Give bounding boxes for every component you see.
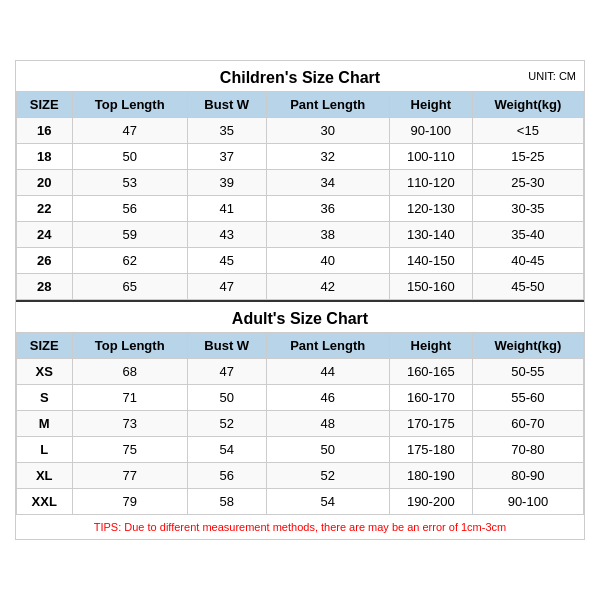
- table-cell: 52: [187, 411, 266, 437]
- table-cell: 47: [72, 118, 187, 144]
- size-chart-container: Children's Size Chart UNIT: CM SIZE Top …: [15, 60, 585, 540]
- table-cell: 35-40: [472, 222, 583, 248]
- table-cell: 35: [187, 118, 266, 144]
- table-cell: 80-90: [472, 463, 583, 489]
- table-cell: 30: [266, 118, 389, 144]
- children-title-text: Children's Size Chart: [220, 69, 380, 86]
- adult-col-height: Height: [389, 333, 472, 359]
- table-cell: 48: [266, 411, 389, 437]
- adult-size-table: SIZE Top Length Bust W Pant Length Heigh…: [16, 332, 584, 515]
- table-row: XS684744160-16550-55: [17, 359, 584, 385]
- table-cell: 46: [266, 385, 389, 411]
- table-cell: 150-160: [389, 274, 472, 300]
- table-cell: 140-150: [389, 248, 472, 274]
- table-cell: 170-175: [389, 411, 472, 437]
- table-cell: 25-30: [472, 170, 583, 196]
- table-cell: 54: [187, 437, 266, 463]
- table-cell: 56: [72, 196, 187, 222]
- table-cell: 42: [266, 274, 389, 300]
- children-header-row: SIZE Top Length Bust W Pant Length Heigh…: [17, 92, 584, 118]
- children-section-title: Children's Size Chart UNIT: CM: [16, 61, 584, 91]
- table-cell: 120-130: [389, 196, 472, 222]
- table-cell: 79: [72, 489, 187, 515]
- children-col-size: SIZE: [17, 92, 73, 118]
- table-row: 22564136120-13030-35: [17, 196, 584, 222]
- unit-label: UNIT: CM: [528, 70, 576, 82]
- adult-title-text: Adult's Size Chart: [232, 310, 368, 327]
- children-col-pant-length: Pant Length: [266, 92, 389, 118]
- table-cell: 68: [72, 359, 187, 385]
- tips-text: TIPS: Due to different measurement metho…: [16, 515, 584, 539]
- table-cell: 55-60: [472, 385, 583, 411]
- table-cell: 160-165: [389, 359, 472, 385]
- table-row: 18503732100-11015-25: [17, 144, 584, 170]
- table-cell: 44: [266, 359, 389, 385]
- table-cell: 52: [266, 463, 389, 489]
- table-cell: 39: [187, 170, 266, 196]
- table-cell: 50: [72, 144, 187, 170]
- table-cell: 77: [72, 463, 187, 489]
- adult-col-pant-length: Pant Length: [266, 333, 389, 359]
- table-cell: 47: [187, 359, 266, 385]
- table-cell: 75: [72, 437, 187, 463]
- table-cell: XS: [17, 359, 73, 385]
- table-cell: XXL: [17, 489, 73, 515]
- table-cell: 45: [187, 248, 266, 274]
- adult-col-top-length: Top Length: [72, 333, 187, 359]
- children-size-table: SIZE Top Length Bust W Pant Length Heigh…: [16, 91, 584, 300]
- table-row: M735248170-17560-70: [17, 411, 584, 437]
- adult-section-title: Adult's Size Chart: [16, 300, 584, 332]
- table-cell: M: [17, 411, 73, 437]
- table-cell: L: [17, 437, 73, 463]
- table-row: 1647353090-100<15: [17, 118, 584, 144]
- table-cell: 18: [17, 144, 73, 170]
- table-cell: S: [17, 385, 73, 411]
- table-cell: 50: [266, 437, 389, 463]
- table-cell: 22: [17, 196, 73, 222]
- children-col-bust-w: Bust W: [187, 92, 266, 118]
- table-row: 24594338130-14035-40: [17, 222, 584, 248]
- adult-col-bust-w: Bust W: [187, 333, 266, 359]
- table-cell: 65: [72, 274, 187, 300]
- table-cell: 62: [72, 248, 187, 274]
- table-cell: 59: [72, 222, 187, 248]
- table-row: L755450175-18070-80: [17, 437, 584, 463]
- table-cell: 58: [187, 489, 266, 515]
- table-cell: 90-100: [389, 118, 472, 144]
- table-cell: 43: [187, 222, 266, 248]
- table-cell: 100-110: [389, 144, 472, 170]
- table-cell: 54: [266, 489, 389, 515]
- table-cell: 180-190: [389, 463, 472, 489]
- table-cell: 45-50: [472, 274, 583, 300]
- table-cell: 28: [17, 274, 73, 300]
- table-cell: 160-170: [389, 385, 472, 411]
- table-cell: 15-25: [472, 144, 583, 170]
- table-cell: 20: [17, 170, 73, 196]
- table-row: XL775652180-19080-90: [17, 463, 584, 489]
- table-cell: 38: [266, 222, 389, 248]
- table-cell: 73: [72, 411, 187, 437]
- table-cell: 36: [266, 196, 389, 222]
- table-cell: 32: [266, 144, 389, 170]
- table-row: S715046160-17055-60: [17, 385, 584, 411]
- table-cell: 53: [72, 170, 187, 196]
- table-cell: 30-35: [472, 196, 583, 222]
- table-cell: XL: [17, 463, 73, 489]
- table-cell: 175-180: [389, 437, 472, 463]
- table-cell: 26: [17, 248, 73, 274]
- table-cell: 41: [187, 196, 266, 222]
- children-col-height: Height: [389, 92, 472, 118]
- table-cell: 130-140: [389, 222, 472, 248]
- table-cell: 190-200: [389, 489, 472, 515]
- table-cell: 70-80: [472, 437, 583, 463]
- table-cell: 47: [187, 274, 266, 300]
- table-cell: 110-120: [389, 170, 472, 196]
- adult-col-weight: Weight(kg): [472, 333, 583, 359]
- table-row: 20533934110-12025-30: [17, 170, 584, 196]
- table-cell: 24: [17, 222, 73, 248]
- children-col-weight: Weight(kg): [472, 92, 583, 118]
- table-cell: 16: [17, 118, 73, 144]
- adult-header-row: SIZE Top Length Bust W Pant Length Heigh…: [17, 333, 584, 359]
- table-cell: 56: [187, 463, 266, 489]
- table-cell: 40: [266, 248, 389, 274]
